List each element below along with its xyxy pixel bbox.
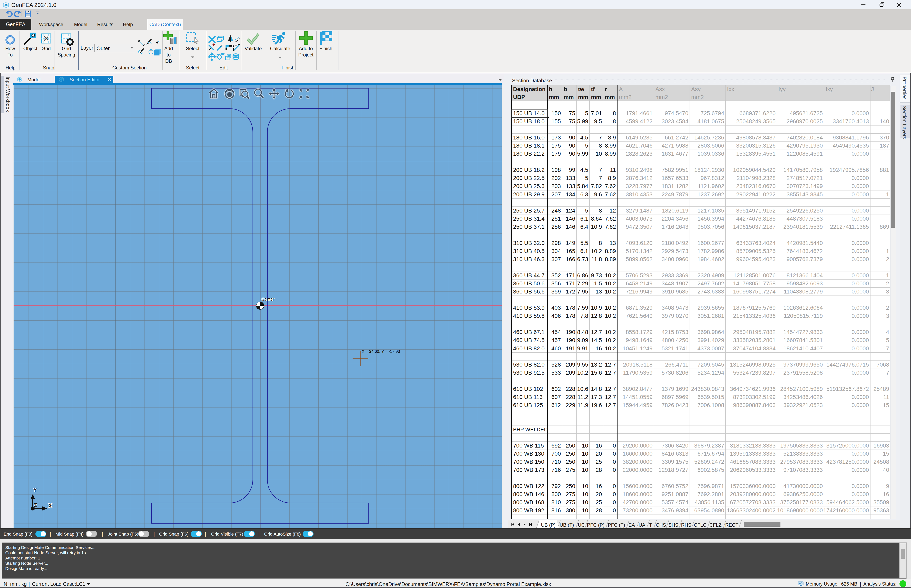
svg-text:X: X bbox=[48, 502, 52, 509]
svg-text:Y: Y bbox=[33, 487, 37, 493]
svg-text:Z: Z bbox=[34, 502, 37, 508]
